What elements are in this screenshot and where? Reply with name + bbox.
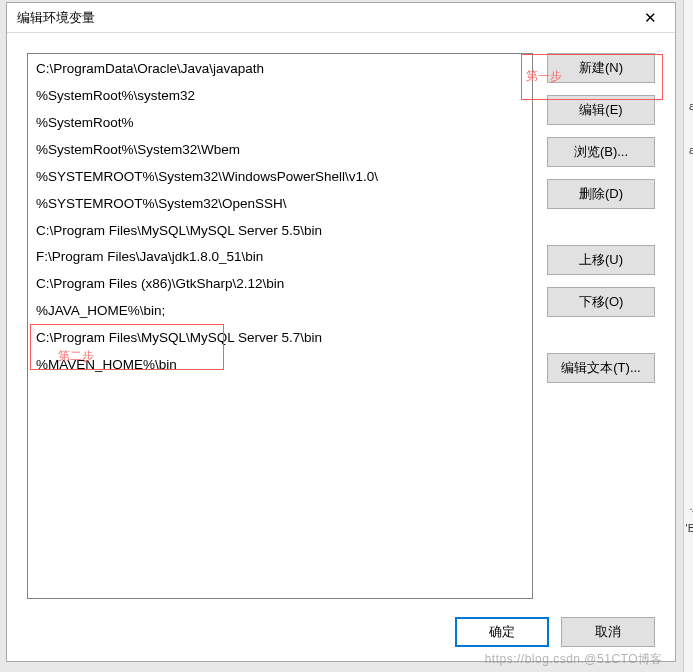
list-item[interactable]: %SystemRoot% [30,110,530,137]
list-item[interactable]: %SYSTEMROOT%\System32\OpenSSH\ [30,191,530,218]
list-item[interactable]: C:\ProgramData\Oracle\Java\javapath [30,56,530,83]
bg-text-a: a [689,100,693,112]
list-item[interactable]: %MAVEN_HOME%\bin [30,352,530,379]
close-icon[interactable]: ✕ [634,9,667,27]
bg-text-b: 'B [686,522,693,534]
list-item[interactable]: F:\Program Files\Java\jdk1.8.0_51\bin [30,244,530,271]
path-list-inner: C:\ProgramData\Oracle\Java\javapath %Sys… [28,54,532,381]
main-row: C:\ProgramData\Oracle\Java\javapath %Sys… [27,53,655,599]
list-item[interactable]: %SystemRoot%\System32\Wbem [30,137,530,164]
delete-button[interactable]: 删除(D) [547,179,655,209]
spacer [547,221,655,245]
spacer [547,329,655,353]
dialog-footer: 确定 取消 [27,599,655,647]
ok-button[interactable]: 确定 [455,617,549,647]
move-up-button[interactable]: 上移(U) [547,245,655,275]
titlebar: 编辑环境变量 ✕ [7,3,675,33]
edit-text-button[interactable]: 编辑文本(T)... [547,353,655,383]
list-item[interactable]: C:\Program Files (x86)\GtkSharp\2.12\bin [30,271,530,298]
background-sliver: a a .j 'B [683,0,693,672]
list-item[interactable]: C:\Program Files\MySQL\MySQL Server 5.5\… [30,218,530,245]
browse-button[interactable]: 浏览(B)... [547,137,655,167]
move-down-button[interactable]: 下移(O) [547,287,655,317]
edit-env-var-dialog: 编辑环境变量 ✕ C:\ProgramData\Oracle\Java\java… [6,2,676,662]
list-item[interactable]: %JAVA_HOME%\bin; [30,298,530,325]
side-button-column: 新建(N) 编辑(E) 浏览(B)... 删除(D) 上移(U) 下移(O) 编… [547,53,655,599]
path-listbox[interactable]: C:\ProgramData\Oracle\Java\javapath %Sys… [27,53,533,599]
cancel-button[interactable]: 取消 [561,617,655,647]
bg-text-c: .j [690,500,694,512]
dialog-content: C:\ProgramData\Oracle\Java\javapath %Sys… [7,33,675,661]
list-item[interactable]: %SystemRoot%\system32 [30,83,530,110]
new-button[interactable]: 新建(N) [547,53,655,83]
edit-button[interactable]: 编辑(E) [547,95,655,125]
dialog-title: 编辑环境变量 [17,9,634,27]
list-item[interactable]: C:\Program Files\MySQL\MySQL Server 5.7\… [30,325,530,352]
bg-text-a2: a [689,144,693,156]
list-item[interactable]: %SYSTEMROOT%\System32\WindowsPowerShell\… [30,164,530,191]
